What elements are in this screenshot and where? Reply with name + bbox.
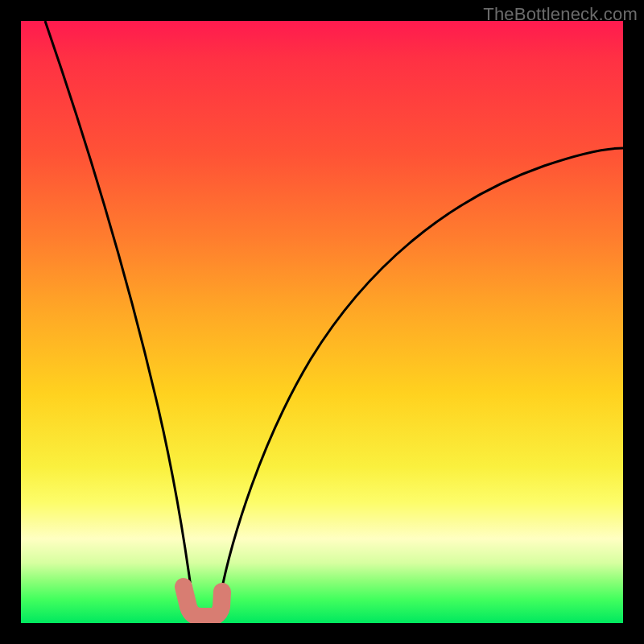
chart-curves: [21, 21, 623, 623]
valley-bracket: [184, 587, 222, 617]
curve-right-branch: [220, 148, 623, 599]
watermark-text: TheBottleneck.com: [483, 4, 638, 25]
curve-left-branch: [45, 21, 192, 599]
chart-plot-area: [21, 21, 623, 623]
chart-frame: TheBottleneck.com: [0, 0, 644, 644]
